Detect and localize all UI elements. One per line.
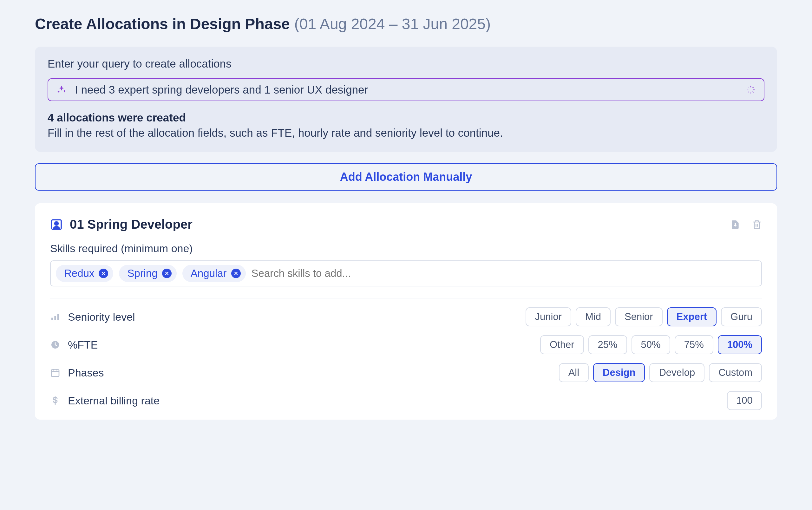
fte-option[interactable]: 25% xyxy=(588,335,627,354)
page-title-row: Create Allocations in Design Phase (01 A… xyxy=(35,15,777,33)
sparkle-icon xyxy=(56,85,67,95)
skill-chip-label: Angular xyxy=(191,267,227,279)
dollar-icon xyxy=(50,395,60,406)
clock-icon xyxy=(50,340,60,350)
phases-row: Phases AllDesignDevelopCustom xyxy=(50,363,762,382)
skill-chip-label: Spring xyxy=(127,267,157,279)
phases-options: AllDesignDevelopCustom xyxy=(559,363,762,382)
skill-chip: Spring xyxy=(119,265,176,282)
result-heading: 4 allocations were created xyxy=(48,111,764,124)
billing-rate-input[interactable]: 100 xyxy=(727,391,762,410)
seniority-option[interactable]: Senior xyxy=(615,307,663,326)
phase-option[interactable]: Develop xyxy=(649,363,704,382)
seniority-option[interactable]: Junior xyxy=(526,307,571,326)
svg-rect-3 xyxy=(54,316,56,320)
seniority-option[interactable]: Mid xyxy=(576,307,611,326)
skills-search-field[interactable] xyxy=(252,267,756,279)
card-actions xyxy=(730,219,762,230)
billing-label: External billing rate xyxy=(68,395,719,407)
allocation-card: 01 Spring Developer Skills required (min… xyxy=(35,203,777,420)
seniority-icon xyxy=(50,312,60,322)
seniority-label: Seniority level xyxy=(68,311,518,323)
skill-chip-label: Redux xyxy=(64,267,94,279)
skill-chip: Angular xyxy=(182,265,246,282)
svg-rect-4 xyxy=(57,314,59,320)
allocation-title: 01 Spring Developer xyxy=(70,217,723,232)
skills-input[interactable]: ReduxSpringAngular xyxy=(50,260,762,287)
phase-option[interactable]: Custom xyxy=(709,363,762,382)
card-header: 01 Spring Developer xyxy=(50,217,762,232)
seniority-options: JuniorMidSeniorExpertGuru xyxy=(526,307,762,326)
add-allocation-manually-button[interactable]: Add Allocation Manually xyxy=(35,163,777,190)
phase-option[interactable]: All xyxy=(559,363,589,382)
fte-row: %FTE Other25%50%75%100% xyxy=(50,335,762,354)
remove-skill-icon[interactable] xyxy=(231,269,241,278)
delete-icon[interactable] xyxy=(752,219,762,230)
skills-label: Skills required (minimum one) xyxy=(50,242,762,255)
calendar-icon xyxy=(50,368,60,378)
query-input[interactable]: I need 3 expert spring developers and 1 … xyxy=(48,78,764,101)
fte-option[interactable]: 100% xyxy=(718,335,762,354)
phases-label: Phases xyxy=(68,367,551,379)
result-subtext: Fill in the rest of the allocation field… xyxy=(48,126,764,139)
fte-option[interactable]: Other xyxy=(540,335,584,354)
phase-option[interactable]: Design xyxy=(593,363,645,382)
svg-rect-6 xyxy=(51,370,59,377)
svg-point-1 xyxy=(55,222,58,225)
remove-skill-icon[interactable] xyxy=(99,269,108,278)
seniority-option[interactable]: Guru xyxy=(721,307,762,326)
query-text: I need 3 expert spring developers and 1 … xyxy=(75,83,738,96)
svg-rect-2 xyxy=(51,318,53,320)
download-icon[interactable] xyxy=(730,219,740,230)
skill-chip: Redux xyxy=(56,265,113,282)
divider xyxy=(50,298,762,298)
page-title: Create Allocations in Design Phase xyxy=(35,15,290,33)
fte-label: %FTE xyxy=(68,339,532,351)
query-label: Enter your query to create allocations xyxy=(48,57,764,70)
fte-option[interactable]: 75% xyxy=(675,335,713,354)
billing-row: External billing rate 100 xyxy=(50,391,762,410)
fte-option[interactable]: 50% xyxy=(632,335,670,354)
seniority-row: Seniority level JuniorMidSeniorExpertGur… xyxy=(50,307,762,326)
fte-options: Other25%50%75%100% xyxy=(540,335,762,354)
query-panel: Enter your query to create allocations I… xyxy=(35,47,777,152)
app-frame: Create Allocations in Design Phase (01 A… xyxy=(0,0,812,510)
remove-skill-icon[interactable] xyxy=(162,269,172,278)
page-date-range: (01 Aug 2024 – 31 Jun 2025) xyxy=(294,15,491,33)
loading-spinner-icon xyxy=(746,85,756,94)
seniority-option[interactable]: Expert xyxy=(667,307,717,326)
person-icon xyxy=(50,218,63,231)
